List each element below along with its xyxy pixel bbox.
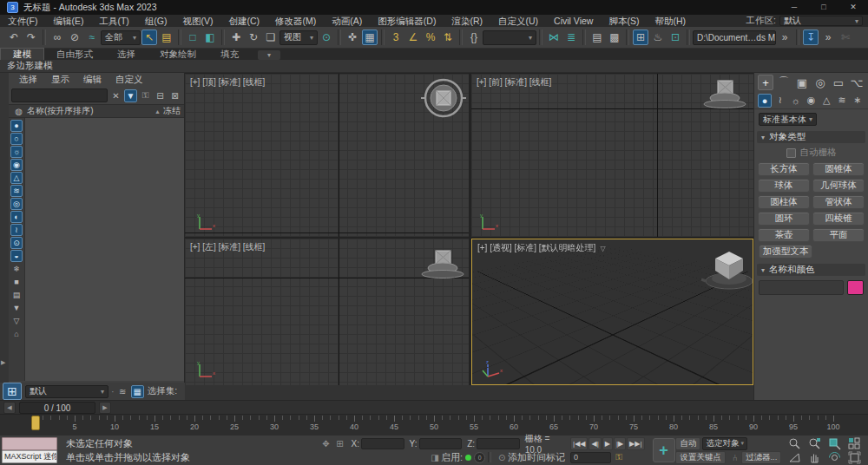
reference-coordinate-system[interactable]: 视图▾ [279, 30, 318, 45]
primitive-button-8[interactable]: 茶壶 [758, 228, 810, 242]
category-space-warps-icon[interactable]: ≋ [835, 94, 849, 108]
object-color-swatch[interactable] [847, 280, 864, 295]
track-bar[interactable]: 0510152025303540455055606570758085909510… [0, 414, 868, 437]
filter-lights-icon[interactable]: ☼ [10, 146, 23, 158]
app-icon[interactable]: 3 [7, 2, 18, 13]
key-filter-icon[interactable]: ⑃ [729, 452, 741, 463]
orbit-icon[interactable] [825, 451, 845, 464]
filter-materials-icon[interactable]: ◒ [10, 250, 23, 262]
maximize-viewport-icon[interactable] [845, 451, 865, 464]
menu-item-3[interactable]: 组(G) [137, 15, 175, 27]
rollout-object-type[interactable]: ▾ 对象类型 [757, 131, 865, 143]
viewport-label[interactable]: [+] [前] [标准] [线框] [477, 76, 551, 88]
ribbon-tab-自由形式[interactable]: 自由形式 [44, 49, 105, 60]
go-to-end-button[interactable]: ▶▶| [627, 437, 644, 450]
spinner-snap-toggle-icon[interactable]: ⇅ [440, 29, 456, 45]
select-and-rotate-icon[interactable]: ↻ [246, 29, 261, 45]
zoom-extents-icon[interactable] [825, 437, 845, 450]
field-of-view-icon[interactable] [786, 451, 805, 464]
ribbon-tab-填充[interactable]: 填充 [208, 49, 251, 60]
ribbon-overflow-icon[interactable]: ▾ [258, 50, 280, 60]
minimize-button[interactable]: ─ [779, 0, 809, 15]
selection-filter-dropdown[interactable]: 全部▾ [101, 30, 141, 45]
teapot-left-view[interactable] [420, 249, 467, 280]
degradation-toggle[interactable]: 0 [474, 452, 485, 463]
explorer-search-input[interactable] [11, 88, 108, 102]
mirror-icon[interactable]: ⋈ [546, 29, 562, 45]
workspace-selector[interactable]: 工作区: 默认▾ [746, 15, 863, 27]
textplus-button[interactable]: 加强型文本 [759, 245, 812, 259]
pan-hand-icon[interactable] [806, 451, 825, 464]
explorer-menu-0[interactable]: 选择 [12, 74, 44, 86]
select-by-name-icon[interactable]: ▤ [159, 29, 174, 45]
menu-item-0[interactable]: 文件(F) [0, 15, 45, 27]
viewport-left[interactable]: [+] [左] [标准] [线框] yx [185, 239, 469, 385]
category-lights-icon[interactable]: ☼ [789, 94, 803, 108]
object-name-field[interactable] [759, 280, 844, 295]
redo-icon[interactable]: ↷ [23, 29, 39, 45]
x-coordinate-field[interactable] [361, 438, 404, 449]
panel-tab-display-icon[interactable]: ▭ [831, 75, 846, 90]
teapot-top-view[interactable] [419, 75, 468, 121]
filter-space-warps-icon[interactable]: ≋ [10, 185, 23, 197]
category-systems-icon[interactable]: ∗ [851, 94, 865, 108]
filter-shapes-icon[interactable]: ○ [10, 133, 23, 145]
go-to-start-button[interactable]: |◀◀ [570, 437, 588, 450]
primitive-button-3[interactable]: 几何球体 [812, 179, 865, 193]
menu-item-5[interactable]: 创建(C) [221, 15, 268, 27]
primitive-button-0[interactable]: 长方体 [758, 162, 810, 176]
menu-item-7[interactable]: 动画(A) [324, 15, 370, 27]
rectangular-selection-region-icon[interactable]: □ [185, 29, 201, 45]
filter-frozen-icon[interactable]: ❄ [10, 263, 23, 275]
edit-named-selection-sets-icon[interactable]: {} [466, 29, 482, 45]
expand-panel-arrow[interactable]: ▶ [1, 359, 5, 366]
filter-containers-icon[interactable]: ⊙ [10, 237, 23, 249]
primitive-type-dropdown[interactable]: 标准基本体▾ [759, 113, 817, 126]
menu-item-1[interactable]: 编辑(E) [45, 15, 91, 27]
category-helpers-icon[interactable]: △ [819, 94, 833, 108]
y-coordinate-field[interactable] [419, 438, 463, 449]
render-tool-disabled-icon[interactable]: ✄ [838, 29, 853, 45]
ribbon-panel-label[interactable]: 多边形建模 [7, 60, 53, 72]
menu-item-12[interactable]: 脚本(S) [601, 15, 647, 27]
panel-tab-modify-icon[interactable]: ⌒ [776, 75, 792, 90]
primitive-button-5[interactable]: 管状体 [812, 195, 865, 209]
previous-frame-button[interactable]: ◀| [589, 437, 601, 450]
viewport-top[interactable]: [+] [顶] [标准] [线框] yx [185, 74, 469, 237]
curve-editor-icon[interactable]: ▤ [589, 29, 605, 45]
menu-item-2[interactable]: 工具(T) [91, 15, 136, 27]
primitive-button-1[interactable]: 圆锥体 [812, 162, 865, 176]
set-key-button[interactable]: + [653, 438, 675, 462]
play-animation-button[interactable]: ▶ [602, 437, 613, 450]
keyboard-shortcut-override-icon[interactable]: ▦ [362, 29, 378, 45]
explorer-column-header[interactable]: ◍ 名称(按升序排序) ▲ 冻结 [9, 104, 184, 118]
primitive-button-6[interactable]: 圆环 [758, 212, 810, 226]
ribbon-tab-选择[interactable]: 选择 [105, 49, 148, 60]
previous-frame-arrow[interactable]: ◀ [3, 402, 16, 414]
primitive-button-9[interactable]: 平面 [812, 228, 865, 242]
render-setup-icon[interactable]: ♨ [650, 29, 666, 45]
menu-item-10[interactable]: 自定义(U) [490, 15, 546, 27]
explorer-menu-2[interactable]: 编辑 [76, 74, 108, 86]
use-pivot-point-center-icon[interactable]: ⊙ [319, 29, 334, 45]
panel-tab-motion-icon[interactable]: ◎ [812, 75, 828, 90]
per-view-filter-icon[interactable]: ▽ [600, 245, 605, 252]
selection-lock-icon[interactable]: ▦ [131, 385, 144, 398]
rendered-frame-window-icon[interactable]: ⊡ [667, 29, 683, 45]
project-folder-dropdown[interactable]: D:\Document…ds Max 202▾ [693, 30, 776, 45]
selected-objects-dropdown[interactable]: 选定对象▾ [702, 437, 747, 450]
viewport-layout-icon[interactable]: ⊞ [3, 383, 22, 400]
explorer-object-list[interactable] [25, 118, 184, 381]
panel-tab-hierarchy-icon[interactable]: ▣ [794, 75, 810, 90]
ribbon-tab-对象绘制[interactable]: 对象绘制 [148, 49, 208, 60]
maximize-button[interactable]: □ [809, 0, 838, 15]
toolbar-overflow-icon[interactable]: » [777, 29, 792, 45]
viewport-perspective[interactable]: [+] [透视] [标准] [默认明暗处理]▽ zx [471, 239, 753, 385]
close-button[interactable]: ✕ [838, 0, 868, 15]
auto-grid-checkbox[interactable] [786, 148, 796, 158]
explorer-menu-1[interactable]: 显示 [44, 74, 76, 86]
menu-item-11[interactable]: Civil View [546, 15, 601, 27]
clear-search-icon[interactable]: ✕ [109, 89, 122, 102]
expand-tree-icon[interactable]: ⊟ [154, 89, 167, 102]
panel-tab-utilities-icon[interactable]: ⌥ [849, 75, 865, 90]
